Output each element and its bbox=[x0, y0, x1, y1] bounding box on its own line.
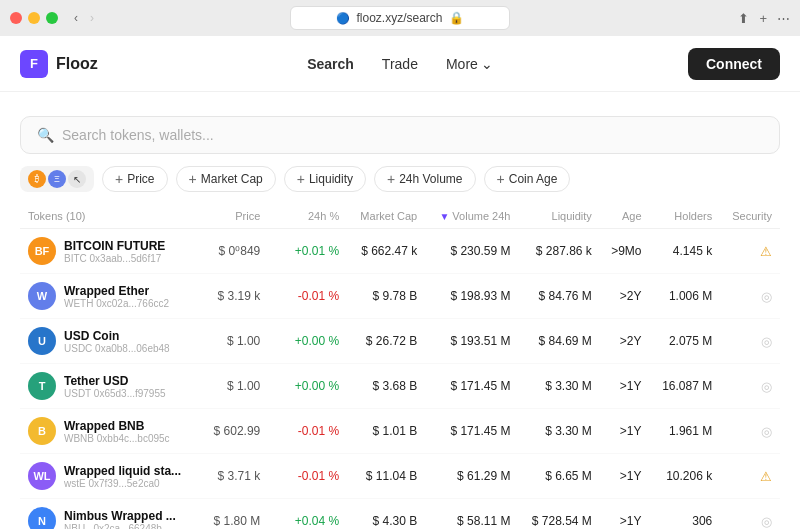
col-marketcap[interactable]: Market Cap bbox=[347, 204, 425, 229]
filter-liquidity-btn[interactable]: + Liquidity bbox=[284, 166, 366, 192]
age-cell-1: >2Y bbox=[600, 274, 650, 319]
col-change[interactable]: 24h % bbox=[268, 204, 347, 229]
search-icon: 🔍 bbox=[37, 127, 54, 143]
token-info-4: Wrapped BNB WBNB 0xbb4c...bc095c bbox=[64, 419, 170, 444]
table-row[interactable]: T Tether USD USDT 0x65d3...f97955 $ 1.00… bbox=[20, 364, 780, 409]
marketcap-cell-5: $ 11.04 B bbox=[347, 454, 425, 499]
token-sub-4: WBNB 0xbb4c...bc095c bbox=[64, 433, 170, 444]
titlebar-right: ⬆ + ⋯ bbox=[738, 11, 790, 26]
age-cell-0: >9Mo bbox=[600, 229, 650, 274]
table-row[interactable]: B Wrapped BNB WBNB 0xbb4c...bc095c $ 602… bbox=[20, 409, 780, 454]
search-area: 🔍 bbox=[0, 92, 800, 154]
nav-search[interactable]: Search bbox=[307, 56, 354, 72]
titlebar: ‹ › 🔵 flooz.xyz/search 🔒 ⬆ + ⋯ bbox=[0, 0, 800, 36]
check-icon: ◎ bbox=[761, 424, 772, 439]
col-volume[interactable]: ▼ Volume 24h bbox=[425, 204, 518, 229]
change-cell-6: +0.04 % bbox=[268, 499, 347, 530]
token-name-5: Wrapped liquid sta... bbox=[64, 464, 181, 478]
change-cell-5: -0.01 % bbox=[268, 454, 347, 499]
security-cell-5: ⚠ bbox=[720, 454, 780, 499]
liquidity-cell-0: $ 287.86 k bbox=[518, 229, 599, 274]
col-security[interactable]: Security bbox=[720, 204, 780, 229]
col-age[interactable]: Age bbox=[600, 204, 650, 229]
table-row[interactable]: BF BITCOIN FUTURE BITC 0x3aab...5d6f17 $… bbox=[20, 229, 780, 274]
filter-volume-btn[interactable]: + 24h Volume bbox=[374, 166, 476, 192]
holders-cell-2: 2.075 M bbox=[650, 319, 721, 364]
close-dot[interactable] bbox=[10, 12, 22, 24]
price-cell-6: $ 1.80 M bbox=[201, 499, 268, 530]
col-price[interactable]: Price bbox=[201, 204, 268, 229]
logo[interactable]: F Flooz bbox=[20, 50, 98, 78]
chain-icon-cursor: ↖ bbox=[68, 170, 86, 188]
age-cell-5: >1Y bbox=[600, 454, 650, 499]
new-tab-icon[interactable]: + bbox=[759, 11, 767, 26]
price-cell-0: $ 0⁰849 bbox=[201, 229, 268, 274]
age-cell-3: >1Y bbox=[600, 364, 650, 409]
token-info-3: Tether USD USDT 0x65d3...f97955 bbox=[64, 374, 166, 399]
search-input[interactable] bbox=[62, 127, 763, 143]
table-row[interactable]: N Nimbus Wrapped ... NBU_ 0x2ca...66248b… bbox=[20, 499, 780, 530]
nav-trade[interactable]: Trade bbox=[382, 56, 418, 72]
token-logo-1: W bbox=[28, 282, 56, 310]
token-logo-5: WL bbox=[28, 462, 56, 490]
token-cell-0: BF BITCOIN FUTURE BITC 0x3aab...5d6f17 bbox=[20, 229, 201, 274]
change-cell-4: -0.01 % bbox=[268, 409, 347, 454]
plus-icon: + bbox=[387, 171, 395, 187]
filters: ₿ Ξ ↖ + Price + Market Cap + Liquidity +… bbox=[0, 154, 800, 204]
nav-links: Search Trade More ⌄ bbox=[307, 56, 493, 72]
more-icon[interactable]: ⋯ bbox=[777, 11, 790, 26]
warning-icon: ⚠ bbox=[760, 244, 772, 259]
nav-more[interactable]: More ⌄ bbox=[446, 56, 493, 72]
filter-marketcap-btn[interactable]: + Market Cap bbox=[176, 166, 276, 192]
marketcap-cell-2: $ 26.72 B bbox=[347, 319, 425, 364]
age-cell-4: >1Y bbox=[600, 409, 650, 454]
token-info-0: BITCOIN FUTURE BITC 0x3aab...5d6f17 bbox=[64, 239, 165, 264]
token-sub-0: BITC 0x3aab...5d6f17 bbox=[64, 253, 165, 264]
price-cell-1: $ 3.19 k bbox=[201, 274, 268, 319]
minimize-dot[interactable] bbox=[28, 12, 40, 24]
holders-cell-0: 4.145 k bbox=[650, 229, 721, 274]
token-info-1: Wrapped Ether WETH 0xc02a...766cc2 bbox=[64, 284, 169, 309]
url-bar[interactable]: 🔵 flooz.xyz/search 🔒 bbox=[290, 6, 510, 30]
volume-cell-2: $ 193.51 M bbox=[425, 319, 518, 364]
check-icon: ◎ bbox=[761, 334, 772, 349]
table-header-row: Tokens (10) Price 24h % Market Cap ▼ Vol… bbox=[20, 204, 780, 229]
token-name-3: Tether USD bbox=[64, 374, 166, 388]
marketcap-cell-1: $ 9.78 B bbox=[347, 274, 425, 319]
col-liquidity[interactable]: Liquidity bbox=[518, 204, 599, 229]
volume-cell-5: $ 61.29 M bbox=[425, 454, 518, 499]
plus-icon: + bbox=[497, 171, 505, 187]
price-cell-5: $ 3.71 k bbox=[201, 454, 268, 499]
token-sub-5: wstE 0x7f39...5e2ca0 bbox=[64, 478, 181, 489]
back-icon[interactable]: ‹ bbox=[74, 11, 78, 25]
fullscreen-dot[interactable] bbox=[46, 12, 58, 24]
table-row[interactable]: U USD Coin USDC 0xa0b8...06eb48 $ 1.00 +… bbox=[20, 319, 780, 364]
holders-cell-6: 306 bbox=[650, 499, 721, 530]
token-logo-3: T bbox=[28, 372, 56, 400]
share-icon[interactable]: ⬆ bbox=[738, 11, 749, 26]
token-sub-3: USDT 0x65d3...f97955 bbox=[64, 388, 166, 399]
liquidity-cell-2: $ 84.69 M bbox=[518, 319, 599, 364]
warning-icon: ⚠ bbox=[760, 469, 772, 484]
volume-cell-1: $ 198.93 M bbox=[425, 274, 518, 319]
page-icon: 🔵 bbox=[336, 12, 350, 25]
window-controls bbox=[10, 12, 58, 24]
filter-coinage-btn[interactable]: + Coin Age bbox=[484, 166, 571, 192]
search-box[interactable]: 🔍 bbox=[20, 116, 780, 154]
price-cell-3: $ 1.00 bbox=[201, 364, 268, 409]
check-icon: ◎ bbox=[761, 289, 772, 304]
table-row[interactable]: WL Wrapped liquid sta... wstE 0x7f39...5… bbox=[20, 454, 780, 499]
price-cell-2: $ 1.00 bbox=[201, 319, 268, 364]
liquidity-cell-5: $ 6.65 M bbox=[518, 454, 599, 499]
age-cell-6: >1Y bbox=[600, 499, 650, 530]
plus-icon: + bbox=[115, 171, 123, 187]
col-holders[interactable]: Holders bbox=[650, 204, 721, 229]
token-sub-1: WETH 0xc02a...766cc2 bbox=[64, 298, 169, 309]
connect-button[interactable]: Connect bbox=[688, 48, 780, 80]
filter-price-btn[interactable]: + Price bbox=[102, 166, 168, 192]
marketcap-cell-0: $ 662.47 k bbox=[347, 229, 425, 274]
age-cell-2: >2Y bbox=[600, 319, 650, 364]
table-row[interactable]: W Wrapped Ether WETH 0xc02a...766cc2 $ 3… bbox=[20, 274, 780, 319]
volume-cell-0: $ 230.59 M bbox=[425, 229, 518, 274]
filter-chain-icons[interactable]: ₿ Ξ ↖ bbox=[20, 166, 94, 192]
